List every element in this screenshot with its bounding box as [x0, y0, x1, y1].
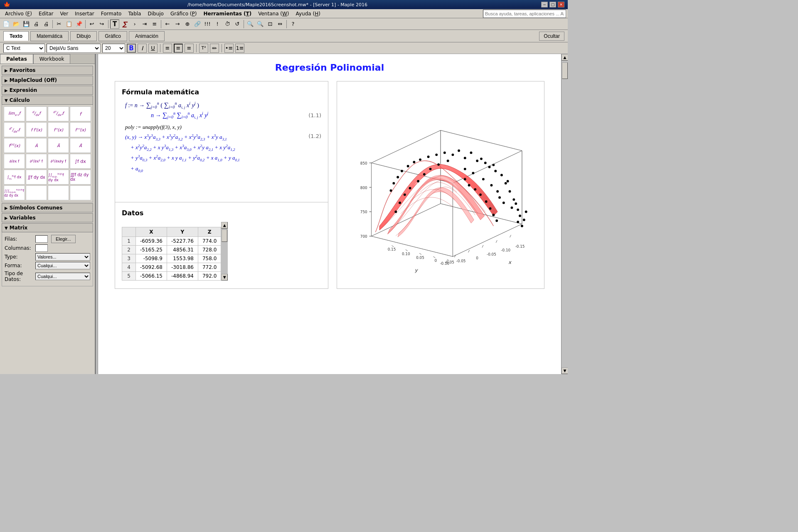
scroll-up-btn[interactable]: ▲ [562, 54, 568, 61]
menu-dibujo[interactable]: Dibujo [144, 10, 167, 17]
palette-triple-int[interactable]: ∭f dz dy dx [70, 170, 91, 185]
palette-blank2[interactable] [48, 185, 69, 200]
mode-dibujo[interactable]: Dibujo [70, 31, 97, 41]
datatype-select[interactable]: Cualqui... [35, 273, 90, 280]
table-scroll-up[interactable]: ▲ [221, 222, 228, 229]
palette-def-integral[interactable]: ∫x₁x₂f dx [4, 170, 25, 185]
close-btn[interactable]: ✕ [558, 2, 564, 7]
fwd-btn[interactable]: → [173, 20, 182, 29]
cut-btn[interactable]: ✂ [54, 20, 64, 29]
size-select[interactable]: 20 [102, 44, 125, 53]
header-favoritos[interactable]: ▶ Favoritos [2, 66, 93, 75]
menu-editar[interactable]: Editar [35, 10, 57, 17]
palette-fprimn[interactable]: f(n)(x) [4, 138, 25, 153]
italic-btn[interactable]: I [138, 44, 147, 53]
zoom-in-btn[interactable]: 🔍 [256, 20, 265, 29]
font-select[interactable]: DejaVu Sans [47, 44, 101, 53]
math-mode-btn[interactable]: ∑ [120, 20, 129, 29]
palette-derivn[interactable]: dn/dxnf [4, 122, 25, 137]
scroll-thumb[interactable] [562, 62, 568, 79]
palette-triple-def-int[interactable]: ∫∫∫x₁y₁z₁x₂y₂z₂f dz dy dx [4, 185, 25, 200]
menu-formato[interactable]: Formato [98, 10, 125, 17]
highlight-btn[interactable]: ✏ [210, 44, 219, 53]
minimize-btn[interactable]: − [541, 2, 548, 7]
header-variables[interactable]: ▶ Variables [2, 213, 93, 222]
header-calculo[interactable]: ▼ Cálculo [2, 96, 93, 105]
shape-select[interactable]: Cualqui... [35, 262, 90, 269]
search-input[interactable] [483, 10, 566, 18]
save-btn[interactable]: 💾 [22, 20, 31, 29]
palette-blank3[interactable] [70, 185, 91, 200]
scroll-down-btn[interactable]: ▼ [562, 367, 568, 374]
menu-herramientas[interactable]: Herramientas (T) [200, 10, 255, 17]
table-scroll-down[interactable]: ▼ [221, 274, 228, 281]
palette-fprime2[interactable]: f''(x) [48, 122, 69, 137]
stop-btn[interactable]: ! [213, 20, 222, 29]
mode-animacion[interactable]: Animación [129, 31, 165, 41]
undo-btn[interactable]: ↩ [87, 20, 96, 29]
align-center-btn[interactable]: ≡ [174, 44, 183, 53]
tab-paletas[interactable]: Paletas [0, 54, 33, 64]
link-btn[interactable]: 🔗 [193, 20, 202, 29]
palette-partial-xy[interactable]: ∂²/∂x∂y f [48, 154, 69, 169]
new-btn[interactable]: 📄 [2, 20, 11, 29]
palette-partial2[interactable]: ∂²/∂x² f [26, 154, 47, 169]
menu-insertar[interactable]: Insertar [71, 10, 98, 17]
refresh-btn[interactable]: ↺ [233, 20, 242, 29]
cols-input[interactable] [35, 244, 48, 252]
maximize-btn[interactable]: □ [549, 2, 556, 7]
palette-deriv1[interactable]: d/dxf [26, 106, 47, 121]
palette-integral[interactable]: ∫f dx [70, 154, 91, 169]
print2-btn[interactable]: 🖨 [42, 20, 51, 29]
palette-blank1[interactable] [26, 185, 47, 200]
redo-btn[interactable]: ↪ [97, 20, 106, 29]
resize-btn[interactable]: ⇔ [276, 20, 285, 29]
palette-f[interactable]: f [70, 106, 91, 121]
menu-tabla[interactable]: Tabla [125, 10, 144, 17]
rows-input[interactable] [35, 235, 48, 243]
indent-btn[interactable]: ⇥ [140, 20, 149, 29]
header-matrix[interactable]: ▼ Matrix [2, 223, 93, 232]
zoom-fit-btn[interactable]: ⊡ [266, 20, 275, 29]
align-right-btn[interactable]: ≡ [185, 44, 194, 53]
align-left-btn[interactable]: ≡ [163, 44, 172, 53]
palette-deriv2[interactable]: d²/dx²f [48, 106, 69, 121]
mode-grafico[interactable]: Gráfico [99, 31, 127, 41]
tab-workbook[interactable]: Workbook [33, 54, 71, 64]
super-btn[interactable]: T² [199, 44, 208, 53]
copy-btn[interactable]: 📋 [64, 20, 74, 29]
text-mode-btn[interactable]: T [110, 20, 119, 29]
numbering-btn[interactable]: 1≡ [235, 44, 244, 53]
bold-btn[interactable]: B [127, 44, 136, 53]
palette-partial1[interactable]: ∂/∂x f [4, 154, 25, 169]
header-simbolos[interactable]: ▶ Símbolos Comunes [2, 203, 93, 212]
palette-dot1[interactable]: Ȧ [26, 138, 47, 153]
print-btn[interactable]: 🖨 [32, 20, 41, 29]
palette-fprime[interactable]: f f'(x) [26, 122, 47, 137]
exec-btn[interactable]: !!! [203, 20, 212, 29]
header-maplecloud[interactable]: ▶ MapleCloud (Off) [2, 76, 93, 85]
mode-texto[interactable]: Texto [3, 31, 29, 41]
palette-dot2[interactable]: Ä [48, 138, 69, 153]
menu-ver[interactable]: Ver [57, 10, 71, 17]
back-btn[interactable]: ← [163, 20, 172, 29]
menu-archivo[interactable]: Archivo (F) [2, 10, 35, 17]
elegir-btn[interactable]: Elegir... [51, 235, 76, 243]
help-btn[interactable]: ? [288, 20, 298, 29]
style-select[interactable]: C Text [3, 44, 45, 53]
menu-ayuda[interactable]: Ayuda (H) [293, 10, 324, 17]
mode-matematica[interactable]: Matemática [30, 31, 69, 41]
open-btn[interactable]: 📂 [12, 20, 21, 29]
palette-double-def-int[interactable]: ∫∫x₁y₁x₂y₂f dy dx [48, 170, 69, 185]
underline-btn[interactable]: U [148, 44, 158, 53]
insert-btn[interactable]: ⊕ [183, 20, 192, 29]
palette-double-int[interactable]: ∬f dy dx [26, 170, 47, 185]
paste-btn[interactable]: 📌 [74, 20, 84, 29]
list-btn[interactable]: ≡ [150, 20, 159, 29]
table-scroll-thumb[interactable] [222, 229, 227, 242]
menu-grafico[interactable]: Gráfico (P) [167, 10, 200, 17]
palette-limit[interactable]: limx→f [4, 106, 25, 121]
plot-container[interactable]: 850 800 750 700 -0.10 -0.05 0 -0.05 [337, 81, 544, 281]
menu-ventana[interactable]: Ventana (W) [255, 10, 292, 17]
type-select[interactable]: Valores... [35, 253, 90, 261]
